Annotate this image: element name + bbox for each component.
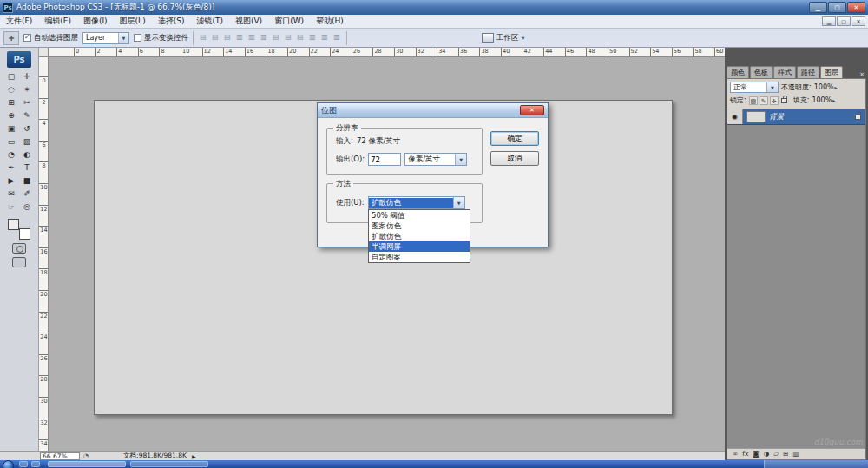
auto-select-checkbox[interactable]: 自动选择图层 (23, 33, 78, 43)
system-tray[interactable] (764, 460, 868, 468)
menu-help[interactable]: 帮助(H) (310, 15, 350, 28)
align-hcenter-icon[interactable]: ▥ (247, 32, 257, 43)
distribute-top-icon[interactable]: ▤ (271, 32, 281, 43)
align-top-icon[interactable]: ▤ (198, 32, 208, 43)
notes-tool[interactable]: ✉ (3, 188, 19, 201)
lock-pixels-icon[interactable]: ✎ (760, 96, 768, 105)
ok-button[interactable]: 确定 (490, 131, 539, 146)
dropdown-option-diffusion-dither[interactable]: 扩散仿色 (369, 231, 470, 241)
dropdown-option-threshold-50[interactable]: 50% 阈值 (369, 210, 470, 221)
clone-stamp-tool[interactable]: ▣ (3, 122, 19, 135)
output-unit-select[interactable]: 像素/英寸 (404, 153, 467, 166)
path-select-tool[interactable]: ▶ (3, 175, 19, 188)
doc-close-button[interactable]: ✕ (852, 16, 865, 26)
show-transform-checkbox[interactable]: 显示变换控件 (134, 33, 188, 43)
start-button[interactable] (3, 460, 14, 468)
method-select[interactable]: 扩散仿色 (368, 196, 465, 209)
workspace-button[interactable]: 工作区 (482, 33, 524, 43)
doc-restore-button[interactable]: ▢ (837, 16, 851, 26)
dialog-titlebar[interactable]: 位图 ✕ (318, 103, 548, 118)
close-button[interactable]: ✕ (847, 2, 865, 13)
background-color-swatch[interactable] (19, 228, 30, 240)
adjustment-layer-icon[interactable]: ◑ (764, 449, 770, 459)
dropdown-option-halftone-screen[interactable]: 半调网屏 (369, 241, 470, 252)
quick-launch-icon[interactable] (31, 461, 40, 467)
panel-close-icon[interactable]: ✕ (858, 71, 866, 78)
align-bottom-icon[interactable]: ▤ (222, 32, 233, 43)
menu-select[interactable]: 选择(S) (152, 15, 191, 28)
minimize-button[interactable]: ▁ (809, 2, 827, 13)
lock-all-icon[interactable] (781, 98, 787, 103)
lasso-tool[interactable]: ◌ (3, 83, 19, 96)
layer-thumbnail[interactable] (746, 111, 766, 122)
type-tool[interactable]: T (19, 161, 35, 175)
dodge-tool[interactable]: ◐ (19, 148, 35, 161)
tab-color[interactable]: 颜色 (727, 66, 749, 78)
doc-minimize-button[interactable]: ▁ (822, 16, 836, 26)
lock-position-icon[interactable]: ✛ (770, 96, 779, 105)
layer-visibility-eye-icon[interactable]: ◉ (727, 109, 743, 124)
layer-style-icon[interactable]: fx (742, 449, 748, 459)
tab-styles[interactable]: 样式 (773, 66, 796, 78)
status-menu-arrow-icon[interactable]: ▶ (192, 453, 196, 459)
distribute-vcenter-icon[interactable]: ▤ (283, 32, 293, 43)
screen-mode-button[interactable] (12, 257, 26, 267)
menu-file[interactable]: 文件(F) (0, 15, 38, 28)
distribute-right-icon[interactable]: ▥ (332, 32, 342, 43)
distribute-hcenter-icon[interactable]: ▥ (319, 32, 330, 43)
menu-filter[interactable]: 滤镜(T) (190, 15, 229, 28)
foreground-color-swatch[interactable] (8, 219, 19, 230)
new-layer-icon[interactable]: ⊞ (783, 449, 788, 459)
hand-tool[interactable]: ☞ (3, 201, 19, 214)
zoom-tool[interactable]: ◎ (19, 201, 35, 214)
shape-tool[interactable]: ■ (19, 175, 35, 188)
tab-swatches[interactable]: 色板 (750, 66, 773, 78)
dropdown-option-pattern-dither[interactable]: 图案仿色 (369, 221, 470, 231)
taskbar-app-button[interactable] (130, 461, 208, 467)
eraser-tool[interactable]: ▭ (3, 135, 19, 148)
vertical-ruler[interactable]: 0246810121416182022242628303234 (39, 57, 49, 451)
menu-window[interactable]: 窗口(W) (268, 15, 310, 28)
horizontal-ruler[interactable]: 0246810121416182022242628303234363840424… (39, 48, 725, 57)
maximize-button[interactable]: ▢ (828, 2, 846, 13)
chevron-down-icon[interactable] (453, 197, 464, 208)
fill-value[interactable]: 100% (812, 96, 835, 104)
align-vcenter-icon[interactable]: ▤ (210, 32, 220, 43)
dropdown-option-custom-pattern[interactable]: 自定图案 (369, 252, 470, 262)
delete-layer-icon[interactable]: ▥ (792, 449, 799, 459)
menu-layer[interactable]: 图层(L) (114, 15, 152, 28)
auto-select-target-select[interactable]: Layer (82, 32, 129, 44)
history-brush-tool[interactable]: ↺ (19, 122, 35, 135)
gradient-tool[interactable]: ▨ (19, 135, 35, 148)
layer-mask-icon[interactable]: ◙ (753, 449, 759, 459)
pen-tool[interactable]: ✒ (3, 161, 19, 175)
dialog-close-button[interactable]: ✕ (520, 105, 544, 115)
tab-layers[interactable]: 图层 (820, 66, 843, 78)
layer-row[interactable]: ◉背景 (727, 109, 865, 125)
distribute-bottom-icon[interactable]: ▤ (295, 32, 306, 43)
zoom-field[interactable]: 66.67% (40, 452, 80, 460)
opacity-value[interactable]: 100% (814, 83, 838, 91)
eyedropper-tool[interactable]: ✐ (19, 188, 35, 201)
quick-mask-button[interactable] (12, 243, 26, 254)
healing-brush-tool[interactable]: ⊕ (3, 109, 19, 122)
magic-wand-tool[interactable]: ✶ (19, 83, 35, 96)
menu-image[interactable]: 图像(I) (77, 15, 114, 28)
layer-group-icon[interactable]: ▱ (773, 449, 779, 459)
lock-transparent-icon[interactable]: ▨ (749, 96, 758, 105)
cancel-button[interactable]: 取消 (490, 151, 539, 166)
menu-view[interactable]: 视图(V) (229, 15, 268, 28)
align-right-icon[interactable]: ▥ (259, 32, 269, 43)
rect-marquee-tool[interactable]: ▢ (3, 70, 19, 83)
brush-tool[interactable]: ✎ (19, 109, 35, 122)
slice-tool[interactable]: ✂ (19, 96, 35, 109)
quick-launch-icon[interactable] (19, 461, 28, 467)
taskbar-app-button[interactable] (48, 461, 126, 467)
blur-tool[interactable]: ◔ (3, 148, 19, 161)
link-layers-icon[interactable]: ∞ (733, 449, 738, 459)
distribute-left-icon[interactable]: ▥ (307, 32, 318, 43)
align-left-icon[interactable]: ▥ (234, 32, 245, 43)
tab-paths[interactable]: 路径 (797, 66, 819, 78)
move-tool[interactable]: ✛ (19, 70, 35, 83)
blend-mode-select[interactable]: 正常 (730, 82, 779, 93)
